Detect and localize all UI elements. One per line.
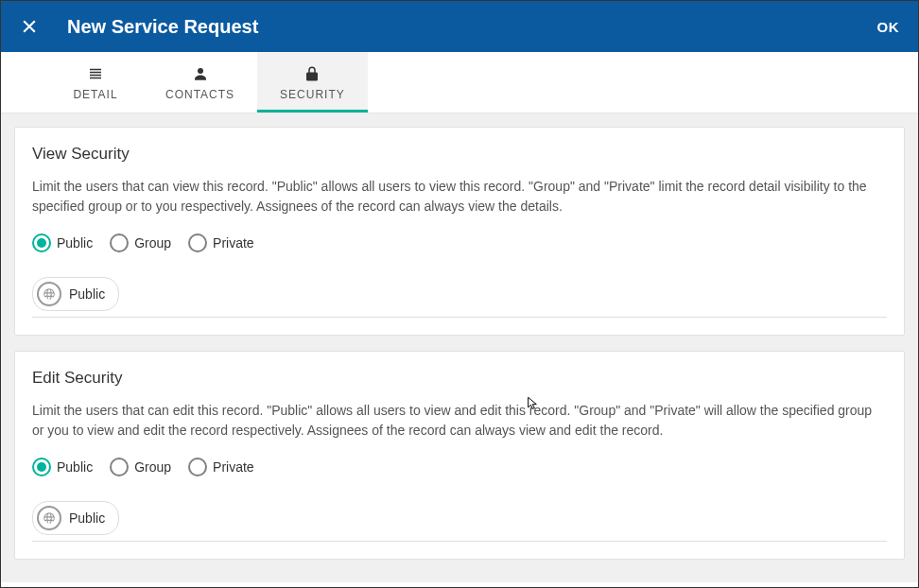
radio-label: Group <box>134 459 171 475</box>
tab-label: SECURITY <box>280 88 345 101</box>
content-area: View Security Limit the users that can v… <box>1 113 918 582</box>
ok-button[interactable]: OK <box>877 19 900 35</box>
radio-label: Public <box>57 459 93 475</box>
list-icon <box>71 65 120 82</box>
edit-security-card: Edit Security Limit the users that can e… <box>14 351 905 560</box>
radio-view-private[interactable]: Private <box>188 233 254 252</box>
svg-point-0 <box>198 68 203 74</box>
radio-icon <box>32 458 51 476</box>
card-title: View Security <box>32 145 887 164</box>
chip-edit-public[interactable]: Public <box>32 501 119 535</box>
globe-icon <box>37 282 61 306</box>
view-security-card: View Security Limit the users that can v… <box>14 127 905 336</box>
globe-icon <box>37 506 61 530</box>
radio-label: Group <box>134 235 171 251</box>
radio-view-group[interactable]: Group <box>110 233 171 252</box>
tab-label: CONTACTS <box>165 88 234 101</box>
person-icon <box>165 65 234 82</box>
radio-edit-group[interactable]: Group <box>110 458 171 476</box>
radio-icon <box>110 233 129 252</box>
dialog-title: New Service Request <box>67 16 877 38</box>
tab-security[interactable]: SECURITY <box>257 52 368 112</box>
radio-label: Private <box>213 235 254 251</box>
tab-contacts[interactable]: CONTACTS <box>143 52 257 112</box>
edit-chip-row: Public <box>32 501 887 542</box>
radio-label: Private <box>213 459 254 475</box>
dialog-header: New Service Request OK <box>1 1 918 52</box>
tab-label: DETAIL <box>71 88 120 101</box>
close-icon[interactable] <box>20 17 39 36</box>
view-radio-group: Public Group Private <box>32 233 887 252</box>
chip-label: Public <box>69 510 105 526</box>
tab-detail[interactable]: DETAIL <box>48 52 143 112</box>
edit-radio-group: Public Group Private <box>32 458 887 476</box>
radio-icon <box>188 233 207 252</box>
tabs: DETAIL CONTACTS SECURITY <box>1 52 918 113</box>
chip-view-public[interactable]: Public <box>32 277 119 311</box>
radio-edit-private[interactable]: Private <box>188 458 254 476</box>
chip-label: Public <box>69 286 105 302</box>
lock-icon <box>280 65 345 82</box>
radio-icon <box>188 458 207 476</box>
view-chip-row: Public <box>32 277 887 318</box>
card-title: Edit Security <box>32 369 887 388</box>
card-description: Limit the users that can view this recor… <box>32 177 887 216</box>
radio-view-public[interactable]: Public <box>32 233 93 252</box>
radio-edit-public[interactable]: Public <box>32 458 93 476</box>
radio-icon <box>32 233 51 252</box>
radio-label: Public <box>57 235 93 251</box>
card-description: Limit the users that can edit this recor… <box>32 401 887 441</box>
radio-icon <box>110 458 129 476</box>
